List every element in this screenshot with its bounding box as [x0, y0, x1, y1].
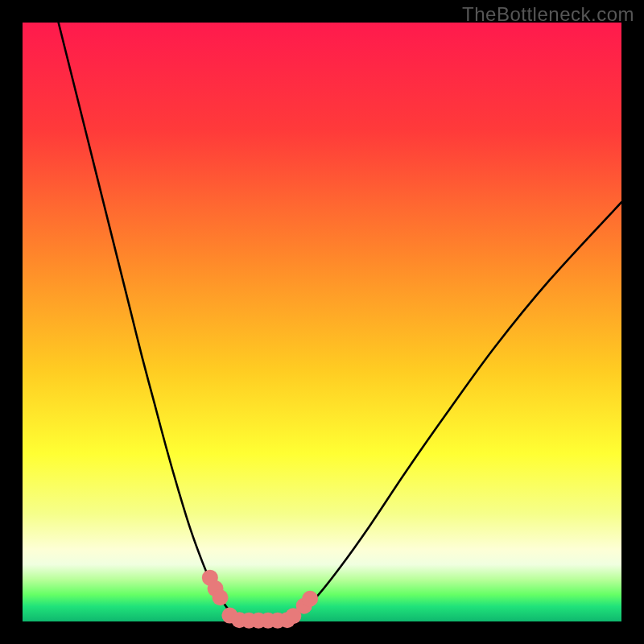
highlight-dot: [302, 591, 318, 607]
bottleneck-chart: [0, 0, 644, 644]
watermark-text: TheBottleneck.com: [462, 3, 634, 26]
plot-background: [23, 23, 621, 621]
highlight-dot: [213, 589, 229, 605]
chart-frame: TheBottleneck.com: [0, 0, 644, 644]
